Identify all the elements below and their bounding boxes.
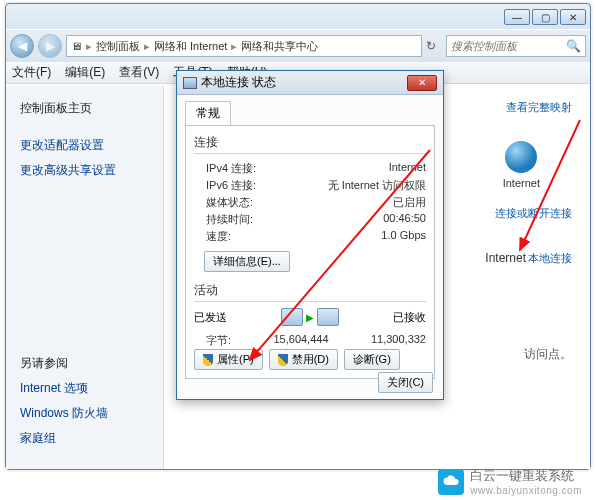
duration-value: 00:46:50 <box>383 212 426 227</box>
link-connect-disconnect[interactable]: 连接或断开连接 <box>495 206 572 221</box>
brand-logo-icon <box>438 469 464 495</box>
section-connection: 连接 <box>194 134 426 151</box>
media-label: 媒体状态: <box>194 195 253 210</box>
duration-label: 持续时间: <box>194 212 253 227</box>
chevron-right-icon: ▸ <box>86 40 92 53</box>
breadcrumb[interactable]: 🖥 ▸ 控制面板 ▸ 网络和 Internet ▸ 网络和共享中心 <box>66 35 422 57</box>
recv-label: 已接收 <box>393 310 426 325</box>
dialog-tabs: 常规 <box>177 95 443 125</box>
media-value: 已启用 <box>393 195 426 210</box>
dialog-body: 连接 IPv4 连接:Internet IPv6 连接:无 Internet 访… <box>185 125 435 379</box>
refresh-icon[interactable]: ↻ <box>426 39 442 53</box>
speed-label: 速度: <box>194 229 231 244</box>
properties-label: 属性(P) <box>217 352 254 367</box>
brand-name: 白云一键重装系统 <box>470 467 582 485</box>
dialog-close-ok-button[interactable]: 关闭(C) <box>378 372 433 393</box>
sent-arrow-icon: ▶ <box>306 312 314 323</box>
sidebar-internet-options[interactable]: Internet 选项 <box>6 376 163 401</box>
dialog-close-button[interactable]: ✕ <box>407 75 437 91</box>
minimize-button[interactable]: — <box>504 9 530 25</box>
dialog-title: 本地连接 状态 <box>201 74 276 91</box>
crumb-network[interactable]: 网络和 Internet <box>154 39 227 54</box>
chevron-right-icon: ▸ <box>231 40 237 53</box>
sidebar-sharing-settings[interactable]: 更改高级共享设置 <box>6 158 163 183</box>
menu-file[interactable]: 文件(F) <box>12 64 51 81</box>
search-input[interactable] <box>451 40 562 52</box>
titlebar: — ▢ ✕ <box>6 4 590 30</box>
dialog-titlebar[interactable]: 本地连接 状态 ✕ <box>177 71 443 95</box>
activity-icons: ▶ <box>281 308 339 326</box>
link-local-connection[interactable]: 本地连接 <box>528 251 572 266</box>
disable-label: 禁用(D) <box>292 352 329 367</box>
menu-view[interactable]: 查看(V) <box>119 64 159 81</box>
back-button[interactable]: ◀ <box>10 34 34 58</box>
search-box[interactable]: 🔍 <box>446 35 586 57</box>
sidebar-adapter-settings[interactable]: 更改适配器设置 <box>6 133 163 158</box>
bytes-recv: 11,300,332 <box>371 333 426 348</box>
shield-icon <box>278 354 288 366</box>
sidebar-firewall[interactable]: Windows 防火墙 <box>6 401 163 426</box>
properties-button[interactable]: 属性(P) <box>194 349 263 370</box>
watermark-brand: 白云一键重装系统 www.baiyunxitong.com <box>438 467 582 496</box>
sidebar: 控制面板主页 更改适配器设置 更改高级共享设置 另请参阅 Internet 选项… <box>6 86 164 469</box>
tab-general[interactable]: 常规 <box>185 101 231 125</box>
internet-label: Internet <box>503 177 540 189</box>
network-name: Internet <box>485 251 526 265</box>
ipv4-label: IPv4 连接: <box>194 161 256 176</box>
computer-icon <box>281 308 303 326</box>
sidebar-seealso-header: 另请参阅 <box>6 351 163 376</box>
details-button[interactable]: 详细信息(E)... <box>204 251 290 272</box>
shield-icon <box>203 354 213 366</box>
speed-value: 1.0 Gbps <box>381 229 426 244</box>
crumb-sharing-center[interactable]: 网络和共享中心 <box>241 39 318 54</box>
link-view-map[interactable]: 查看完整映射 <box>506 100 572 115</box>
ipv6-value: 无 Internet 访问权限 <box>328 178 426 193</box>
ipv4-value: Internet <box>389 161 426 176</box>
search-icon: 🔍 <box>566 39 581 53</box>
sidebar-home[interactable]: 控制面板主页 <box>6 96 163 121</box>
brand-url: www.baiyunxitong.com <box>470 485 582 496</box>
diagnose-button[interactable]: 诊断(G) <box>344 349 400 370</box>
computer-icon <box>317 308 339 326</box>
disable-button[interactable]: 禁用(D) <box>269 349 338 370</box>
sidebar-homegroup[interactable]: 家庭组 <box>6 426 163 451</box>
section-activity: 活动 <box>194 282 426 299</box>
address-bar-row: ◀ ▶ 🖥 ▸ 控制面板 ▸ 网络和 Internet ▸ 网络和共享中心 ↻ … <box>6 30 590 62</box>
internet-node: Internet <box>503 141 540 189</box>
computer-icon: 🖥 <box>71 40 82 52</box>
bytes-label: 字节: <box>194 333 231 348</box>
globe-icon <box>505 141 537 173</box>
close-button[interactable]: ✕ <box>560 9 586 25</box>
access-note: 访问点。 <box>524 346 572 363</box>
bytes-sent: 15,604,444 <box>231 333 371 348</box>
activity-header-row: 已发送 ▶ 已接收 <box>194 308 426 326</box>
chevron-right-icon: ▸ <box>144 40 150 53</box>
forward-button[interactable]: ▶ <box>38 34 62 58</box>
menu-edit[interactable]: 编辑(E) <box>65 64 105 81</box>
ipv6-label: IPv6 连接: <box>194 178 256 193</box>
connection-status-dialog: 本地连接 状态 ✕ 常规 连接 IPv4 连接:Internet IPv6 连接… <box>176 70 444 400</box>
network-adapter-icon <box>183 77 197 89</box>
maximize-button[interactable]: ▢ <box>532 9 558 25</box>
sent-label: 已发送 <box>194 310 227 325</box>
crumb-control-panel[interactable]: 控制面板 <box>96 39 140 54</box>
